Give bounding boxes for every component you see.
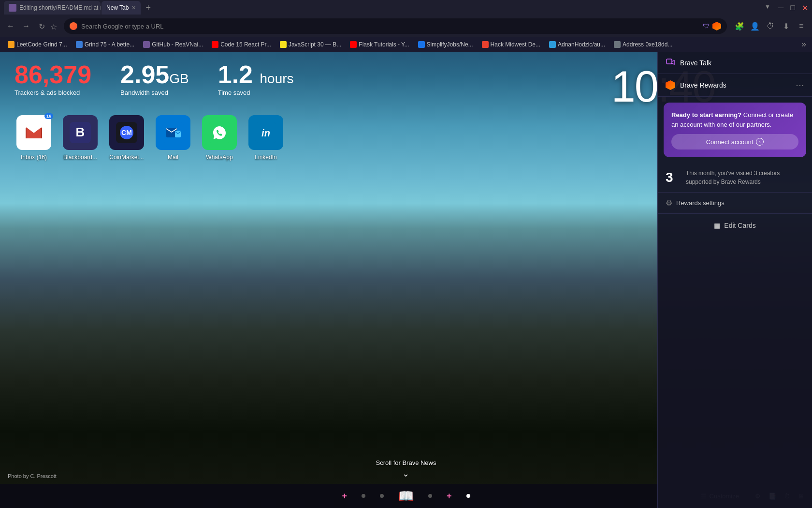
svg-rect-8: [175, 131, 181, 137]
rewards-card: Ready to start earning? Connect or creat…: [664, 103, 806, 157]
bookmark-favicon-yt1: [212, 41, 218, 48]
shortcut-whatsapp[interactable]: WhatsApp: [200, 115, 239, 161]
rewards-settings-item[interactable]: ⚙ Rewards settings: [658, 193, 812, 214]
bookmark-label-ad: AdnanHodzic/au...: [558, 41, 605, 48]
bookmark-favicon-sj: [418, 41, 425, 48]
dot-4: [466, 494, 470, 498]
tab-close-newtab[interactable]: ×: [131, 4, 135, 12]
window-maximize[interactable]: □: [790, 3, 795, 13]
coinmarket-svg: CM: [116, 122, 137, 143]
window-minimize[interactable]: ─: [778, 3, 783, 13]
shortcut-label-coinmarket: CoinMarket...: [109, 154, 144, 161]
bookmark-label-lc: LeetCode Grind 7...: [16, 41, 67, 48]
extensions-button[interactable]: 🧩: [733, 19, 746, 33]
nav-refresh-button[interactable]: ↻: [35, 19, 48, 33]
navigation-bar: ← → ↻ ☆ Search Google or type a URL 🛡 🧩 …: [0, 15, 812, 37]
downloads-button[interactable]: ⬇: [779, 19, 793, 33]
bookmark-label-gr: Grind 75 - A bette...: [85, 41, 134, 48]
address-right-icons: 🛡: [703, 22, 721, 30]
rewards-card-bold: Ready to start earning?: [671, 111, 741, 119]
menu-button[interactable]: ≡: [795, 19, 808, 33]
bookmark-label-sj: SimplifyJobs/Ne...: [427, 41, 473, 48]
bookmark-yt1[interactable]: Code 15 React Pr...: [208, 40, 275, 49]
shortcuts-section: 16 Inbox (16) B Blackboard... CM: [14, 115, 285, 161]
whatsapp-svg: [209, 122, 230, 143]
address-bar[interactable]: Search Google or type a URL 🛡: [64, 18, 727, 34]
linkedin-svg: in: [255, 122, 276, 143]
dot-3: [428, 494, 432, 498]
dot-2: [380, 494, 384, 498]
bookmark-gh[interactable]: GitHub - ReaVNai...: [139, 40, 207, 49]
edit-cards-label: Edit Cards: [724, 222, 755, 229]
main-content: 86,379 Trackers & ads blocked 2.95GB Ban…: [0, 52, 812, 508]
bookmarks-more-button[interactable]: »: [799, 39, 808, 49]
brave-rewards-header[interactable]: Brave Rewards ⋯: [658, 74, 812, 97]
bookmark-favicon-et: [614, 41, 621, 48]
bookmark-favicon-gr: [76, 41, 83, 48]
stat-bandwidth-number: 2.95GB: [120, 62, 189, 87]
stat-bandwidth: 2.95GB Bandwidth saved: [120, 62, 189, 96]
shortcut-gmail[interactable]: 16 Inbox (16): [14, 115, 53, 161]
gmail-svg: [23, 122, 44, 143]
shortcut-linkedin[interactable]: in LinkedIn: [246, 115, 285, 161]
bookmark-js[interactable]: JavaScript 30 — B...: [276, 40, 345, 49]
scroll-news-label: Scroll for Brave News: [376, 459, 436, 466]
bookmark-label-yt2: Flask Tutorials - Y...: [359, 41, 409, 48]
connect-account-arrow-icon: ›: [756, 138, 764, 146]
bookmark-star-icon[interactable]: ☆: [50, 22, 58, 30]
stats-section: 86,379 Trackers & ads blocked 2.95GB Ban…: [14, 62, 294, 96]
mail-svg: [162, 122, 184, 143]
svg-text:B: B: [76, 125, 85, 139]
nav-back-button[interactable]: ←: [4, 19, 17, 33]
bottom-plus-left[interactable]: +: [342, 491, 347, 501]
user-profile-button[interactable]: 👤: [748, 19, 762, 33]
bookmark-label-yt1: Code 15 React Pr...: [220, 41, 271, 48]
gear-icon: ⚙: [666, 198, 672, 208]
title-bar: Editing shortly/README.md at ma... × New…: [0, 0, 812, 15]
bookmarks-bar: LeetCode Grind 7... Grind 75 - A bette..…: [0, 37, 812, 52]
stat-trackers-number: 86,379: [14, 62, 91, 87]
brave-rewards-icon: [666, 80, 675, 90]
rewards-more-button[interactable]: ⋯: [796, 80, 804, 90]
bookmark-et[interactable]: Address 0xe18dd...: [610, 40, 676, 49]
bottom-plus-right[interactable]: +: [447, 491, 452, 501]
bookmark-favicon-lc: [8, 41, 14, 48]
bookmark-favicon-js: [280, 41, 287, 48]
shortcut-icon-whatsapp: [202, 115, 237, 150]
bookmark-hm[interactable]: Hack Midwest De...: [478, 40, 544, 49]
bookmark-yt2[interactable]: Flask Tutorials - Y...: [346, 40, 413, 49]
connect-account-button[interactable]: Connect account ›: [671, 134, 798, 149]
brave-talk-icon: [666, 58, 675, 68]
creators-count: 3: [666, 170, 680, 185]
window-close[interactable]: ✕: [802, 3, 808, 13]
blackboard-svg: B: [70, 122, 91, 143]
nav-forward-button[interactable]: →: [19, 19, 33, 33]
history-button[interactable]: ⏱: [764, 19, 777, 33]
brave-rewards-label: Brave Rewards: [680, 81, 791, 89]
bookmark-sj[interactable]: SimplifyJobs/Ne...: [414, 40, 477, 49]
brave-rewards-nav-icon[interactable]: [712, 22, 721, 30]
shortcut-icon-linkedin: in: [248, 115, 283, 150]
shield-icon[interactable]: 🛡: [703, 22, 710, 30]
tab-add-button[interactable]: +: [142, 1, 155, 15]
shortcut-label-blackboard: Blackboard...: [63, 154, 97, 161]
shortcut-mail[interactable]: Mail: [154, 115, 192, 161]
shortcut-blackboard[interactable]: B Blackboard...: [61, 115, 100, 161]
shortcut-coinmarket[interactable]: CM CoinMarket...: [107, 115, 146, 161]
bookmark-ad[interactable]: AdnanHodzic/au...: [545, 40, 609, 49]
edit-cards-button[interactable]: ▦ Edit Cards: [658, 214, 812, 237]
book-icon: 📖: [398, 489, 414, 504]
brave-talk-item[interactable]: Brave Talk: [658, 52, 812, 74]
creators-section: 3 This month, you've visited 3 creators …: [658, 163, 812, 193]
bookmark-lc[interactable]: LeetCode Grind 7...: [4, 40, 71, 49]
tab-inactive-editing[interactable]: Editing shortly/README.md at ma... ×: [4, 1, 101, 15]
scroll-news-arrow[interactable]: ⌄: [376, 468, 436, 479]
tab-active-newtab[interactable]: New Tab ×: [102, 1, 141, 15]
bookmark-gr[interactable]: Grind 75 - A bette...: [72, 40, 138, 49]
rewards-card-title: Ready to start earning? Connect or creat…: [671, 110, 798, 129]
svg-rect-13: [667, 59, 672, 64]
bookmark-favicon-ad: [549, 41, 556, 48]
brave-logo-icon: [70, 22, 77, 30]
shortcut-icon-blackboard: B: [63, 115, 98, 150]
window-tab-dropdown[interactable]: ▼: [765, 3, 770, 13]
